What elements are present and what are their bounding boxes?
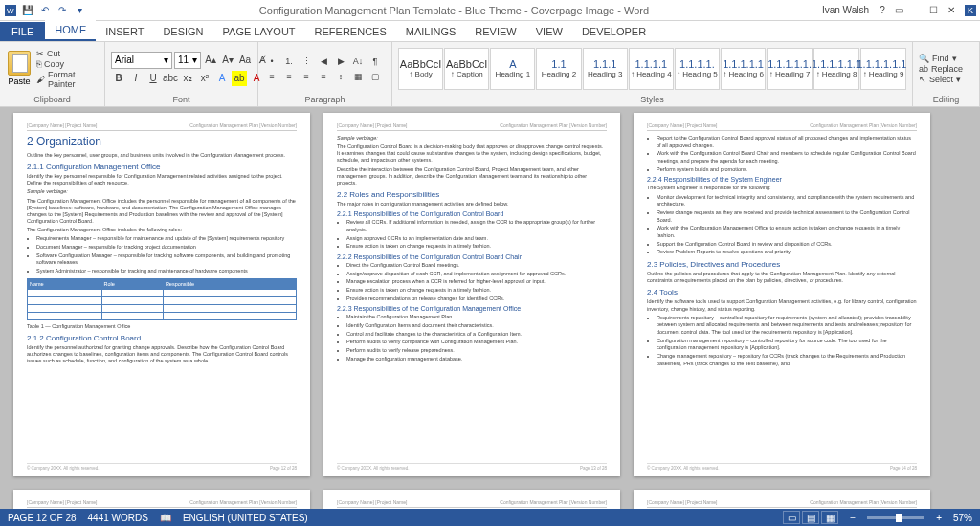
file-tab[interactable]: FILE <box>0 22 45 41</box>
highlight-icon[interactable]: ab <box>232 71 247 86</box>
style-item[interactable]: AaBbCcI↑ Caption <box>444 48 489 90</box>
home-tab[interactable]: HOME <box>45 20 96 41</box>
style-preview: AaBbCcI <box>400 58 441 70</box>
strikethrough-button[interactable]: abc <box>163 71 178 86</box>
style-preview: 1.1.1.1. <box>679 58 715 70</box>
heading-2: 2.1.1 Configuration Management Office <box>27 163 297 171</box>
insert-tab[interactable]: INSERT <box>96 22 153 41</box>
page[interactable]: [Company Name] [Project Name]Configurati… <box>13 490 310 509</box>
borders-icon[interactable]: ▢ <box>368 70 383 83</box>
body-text: Identify the key personnel responsible f… <box>27 173 297 186</box>
view-tab[interactable]: VIEW <box>526 22 572 41</box>
numbering-icon[interactable]: 1. <box>281 55 297 68</box>
styles-gallery[interactable]: AaBbCcI↑ BodyAaBbCcI↑ CaptionAHeading 11… <box>398 44 906 93</box>
superscript-button[interactable]: x² <box>197 71 212 86</box>
copy-button[interactable]: ⎘ Copy <box>36 59 99 69</box>
shading-icon[interactable]: ▦ <box>350 70 366 83</box>
document-area[interactable]: [Company Name] [Project Name]Configurati… <box>0 107 980 509</box>
multilevel-list-icon[interactable]: ⋮ <box>299 55 314 68</box>
page[interactable]: [Company Name] [Project Name]Configurati… <box>634 490 930 509</box>
change-case-icon[interactable]: Aa <box>237 53 253 68</box>
style-item[interactable]: 1.1.1.1.↑ Heading 5 <box>675 48 720 90</box>
read-mode-icon[interactable]: ▭ <box>783 511 800 524</box>
web-layout-icon[interactable]: ▦ <box>821 511 838 524</box>
page-layout-tab[interactable]: PAGE LAYOUT <box>213 22 305 41</box>
sort-icon[interactable]: A↓ <box>350 55 366 68</box>
page[interactable]: [Company Name] [Project Name]Configurati… <box>323 113 620 476</box>
style-item[interactable]: 1.1.1Heading 3 <box>583 48 628 90</box>
style-item[interactable]: 1.1.1.1.1.↑ Heading 7 <box>767 48 813 90</box>
save-icon[interactable]: 💾 <box>21 4 34 17</box>
review-tab[interactable]: REVIEW <box>465 22 525 41</box>
bold-button[interactable]: B <box>111 71 126 86</box>
find-button[interactable]: 🔍 Find ▾ <box>919 54 963 63</box>
font-name-select[interactable]: Arial▾ <box>111 52 172 69</box>
style-preview: 1.1.1.1.1.1 <box>812 58 861 70</box>
select-button[interactable]: ↖ Select ▾ <box>919 75 963 84</box>
page[interactable]: [Company Name] [Project Name]Configurati… <box>634 113 930 476</box>
ribbon-display-icon[interactable]: ▭ <box>892 4 907 17</box>
style-name: Heading 3 <box>588 70 622 78</box>
style-item[interactable]: 1.1.1.1↑ Heading 4 <box>629 48 674 90</box>
references-tab[interactable]: REFERENCES <box>305 22 396 41</box>
page-footer-right: Page 12 of 28 <box>270 466 297 471</box>
zoom-level[interactable]: 57% <box>953 513 972 523</box>
developer-tab[interactable]: DEVELOPER <box>572 22 656 41</box>
body-text: Identify the personnel authorized for gr… <box>27 344 297 364</box>
undo-icon[interactable]: ↶ <box>38 4 52 17</box>
status-spellcheck-icon[interactable]: 📖 <box>160 513 171 523</box>
list-item: Direct the Configuration Control Board m… <box>346 262 607 270</box>
subscript-button[interactable]: x₂ <box>180 71 195 86</box>
replace-button[interactable]: ab Replace <box>919 64 963 74</box>
page[interactable]: [Company Name] [Project Name]Configurati… <box>323 490 620 509</box>
page-header-left: [Company Name] [Project Name] <box>337 122 407 128</box>
mailings-tab[interactable]: MAILINGS <box>396 22 466 41</box>
heading-3: 2.2.3 Responsibilities of the Configurat… <box>337 305 607 312</box>
qat-customize-icon[interactable]: ▾ <box>73 4 86 17</box>
format-painter-button[interactable]: 🖌 Format Painter <box>36 70 99 89</box>
italic-button[interactable]: I <box>128 71 144 86</box>
user-badge[interactable]: K <box>965 5 976 16</box>
print-layout-icon[interactable]: ▤ <box>802 511 819 524</box>
style-item[interactable]: AHeading 1 <box>490 48 535 90</box>
status-language[interactable]: ENGLISH (UNITED STATES) <box>183 513 308 523</box>
status-words[interactable]: 4441 WORDS <box>88 513 148 523</box>
page-header-right: Configuration Management Plan [Version N… <box>189 499 297 505</box>
zoom-in-icon[interactable]: + <box>936 513 942 523</box>
paste-button[interactable]: Paste <box>6 49 33 88</box>
redo-icon[interactable]: ↷ <box>56 4 69 17</box>
style-item[interactable]: 1.1Heading 2 <box>536 48 581 90</box>
style-item[interactable]: AaBbCcI↑ Body <box>398 48 443 90</box>
style-item[interactable]: 1.1.1.1.1↑ Heading 6 <box>721 48 766 90</box>
svg-text:W: W <box>7 7 14 15</box>
line-spacing-icon[interactable]: ↕ <box>333 70 348 83</box>
style-item[interactable]: 1.1.1.1.1.1.↑ Heading 9 <box>860 48 906 90</box>
increase-indent-icon[interactable]: ▶ <box>333 55 348 68</box>
close-icon[interactable]: ✕ <box>944 4 959 17</box>
font-size-select[interactable]: 11▾ <box>174 52 201 69</box>
page[interactable]: [Company Name] [Project Name]Configurati… <box>13 113 310 476</box>
style-item[interactable]: 1.1.1.1.1.1↑ Heading 8 <box>813 48 859 90</box>
align-right-icon[interactable]: ≡ <box>299 70 314 83</box>
maximize-icon[interactable]: ☐ <box>926 4 942 17</box>
decrease-indent-icon[interactable]: ◀ <box>316 55 331 68</box>
minimize-icon[interactable]: — <box>909 4 924 17</box>
style-preview: 1.1 <box>551 58 566 70</box>
zoom-out-icon[interactable]: − <box>850 513 856 523</box>
user-name[interactable]: Ivan Walsh <box>822 5 869 15</box>
align-left-icon[interactable]: ≡ <box>264 70 279 83</box>
cut-button[interactable]: ✂ Cut <box>36 49 99 58</box>
help-icon[interactable]: ? <box>875 4 890 17</box>
align-center-icon[interactable]: ≡ <box>281 70 297 83</box>
underline-button[interactable]: U <box>145 71 161 86</box>
text-effects-icon[interactable]: A <box>214 71 230 86</box>
grow-font-icon[interactable]: A▴ <box>203 53 218 68</box>
status-page[interactable]: PAGE 12 OF 28 <box>8 513 77 523</box>
justify-icon[interactable]: ≡ <box>316 70 331 83</box>
page-header-left: [Company Name] [Project Name] <box>337 499 407 505</box>
shrink-font-icon[interactable]: A▾ <box>220 53 235 68</box>
zoom-slider[interactable] <box>867 516 924 519</box>
show-marks-icon[interactable]: ¶ <box>368 55 383 68</box>
design-tab[interactable]: DESIGN <box>153 22 212 41</box>
bullets-icon[interactable]: • <box>264 55 279 68</box>
